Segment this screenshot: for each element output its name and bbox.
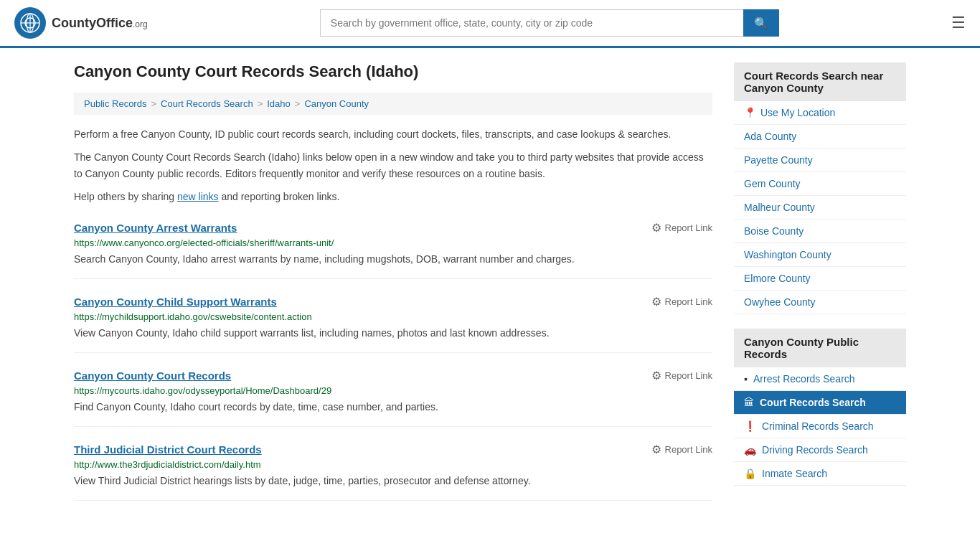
nearby-county-list: Ada CountyPayette CountyGem CountyMalheu… [734,125,906,314]
use-my-location[interactable]: 📍 Use My Location [734,101,906,125]
result-description: Find Canyon County, Idaho court records … [74,400,712,415]
result-header: Canyon County Court Records ⚙ Report Lin… [74,369,712,382]
report-icon: ⚙ [651,295,661,309]
result-title[interactable]: Canyon County Child Support Warrants [74,296,277,308]
public-record-item[interactable]: 🔒 Inmate Search [734,462,906,486]
result-description: View Third Judicial District hearings li… [74,474,712,489]
report-link[interactable]: ⚙ Report Link [651,221,712,235]
record-type-icon: 🏛 [744,397,754,408]
menu-icon[interactable]: ☰ [951,14,966,32]
nearby-county-item: Washington County [734,243,906,267]
result-entry: Canyon County Child Support Warrants ⚙ R… [74,295,712,353]
nearby-section-title: Court Records Search near Canyon County [734,62,906,101]
breadcrumb-court-records[interactable]: Court Records Search [161,98,253,109]
search-area: 🔍 [320,9,779,37]
nearby-county-item: Ada County [734,125,906,149]
result-header: Canyon County Child Support Warrants ⚙ R… [74,295,712,309]
nearby-county-link[interactable]: Elmore County [744,273,811,284]
result-header: Canyon County Arrest Warrants ⚙ Report L… [74,221,712,235]
public-record-link[interactable]: Court Records Search [760,397,866,408]
record-type-icon: 🚗 [744,444,756,456]
logo-area: CountyOffice.org [14,7,148,39]
record-type-icon: ❗ [744,420,756,432]
nearby-county-link[interactable]: Ada County [744,131,796,142]
public-record-link[interactable]: Arrest Records Search [753,373,855,385]
public-record-item[interactable]: 🏛 Court Records Search [734,391,906,415]
result-entry: Canyon County Court Records ⚙ Report Lin… [74,369,712,427]
main-container: Canyon County Court Records Search (Idah… [60,48,920,515]
record-type-icon: 🔒 [744,468,756,479]
report-link-label: Report Link [665,370,712,381]
report-icon: ⚙ [651,221,661,235]
page-title: Canyon County Court Records Search (Idah… [74,62,712,81]
report-link[interactable]: ⚙ Report Link [651,295,712,309]
public-record-link[interactable]: Inmate Search [762,468,827,479]
logo-text: CountyOffice.org [52,16,148,31]
breadcrumb-public-records[interactable]: Public Records [84,98,146,109]
breadcrumb-sep-1: > [151,98,156,109]
public-record-item[interactable]: ❗ Criminal Records Search [734,415,906,438]
report-icon: ⚙ [651,369,661,382]
results-container: Canyon County Arrest Warrants ⚙ Report L… [74,221,712,501]
result-url[interactable]: https://mycourts.idaho.gov/odysseyportal… [74,385,712,396]
description-1: Perform a free Canyon County, ID public … [74,126,712,142]
description-2: The Canyon County Court Records Search (… [74,149,712,182]
breadcrumb-idaho[interactable]: Idaho [267,98,291,109]
logo-icon [14,7,46,39]
nearby-county-link[interactable]: Malheur County [744,202,815,213]
description-3: Help others by sharing new links and rep… [74,189,712,204]
public-record-link[interactable]: Driving Records Search [762,444,868,456]
result-description: Search Canyon County, Idaho arrest warra… [74,252,712,267]
result-entry: Third Judicial District Court Records ⚙ … [74,443,712,501]
search-button[interactable]: 🔍 [743,9,779,37]
result-title[interactable]: Third Judicial District Court Records [74,443,262,456]
nearby-county-item: Malheur County [734,196,906,220]
location-dot-icon: 📍 [744,107,756,118]
report-icon: ⚙ [651,443,661,456]
result-title[interactable]: Canyon County Court Records [74,369,231,382]
nearby-county-item: Gem County [734,172,906,196]
result-title[interactable]: Canyon County Arrest Warrants [74,222,237,234]
public-records-list: ▪ Arrest Records Search 🏛 Court Records … [734,367,906,486]
nearby-county-item: Payette County [734,149,906,172]
nearby-county-link[interactable]: Washington County [744,249,831,260]
nearby-county-link[interactable]: Gem County [744,178,801,189]
result-url[interactable]: http://www.the3rdjudicialdistrict.com/da… [74,459,712,470]
nearby-county-link[interactable]: Boise County [744,225,804,237]
nearby-county-item: Boise County [734,220,906,243]
breadcrumb-canyon-county[interactable]: Canyon County [304,98,369,109]
breadcrumb-sep-2: > [258,98,263,109]
public-records-section-title: Canyon County Public Records [734,329,906,367]
report-link[interactable]: ⚙ Report Link [651,369,712,382]
nearby-county-link[interactable]: Payette County [744,154,813,166]
result-description: View Canyon County, Idaho child support … [74,326,712,341]
nearby-county-item: Elmore County [734,267,906,291]
result-url[interactable]: https://www.canyonco.org/elected-officia… [74,237,712,248]
public-record-link[interactable]: Criminal Records Search [762,420,874,432]
search-input[interactable] [320,9,743,37]
public-record-item[interactable]: 🚗 Driving Records Search [734,438,906,462]
report-link-label: Report Link [665,222,712,233]
result-entry: Canyon County Arrest Warrants ⚙ Report L… [74,221,712,279]
public-record-item[interactable]: ▪ Arrest Records Search [734,367,906,391]
report-link[interactable]: ⚙ Report Link [651,443,712,456]
report-link-label: Report Link [665,444,712,455]
nearby-county-link[interactable]: Owyhee County [744,296,816,308]
breadcrumb-sep-3: > [295,98,301,109]
nearby-county-item: Owyhee County [734,291,906,314]
main-content: Canyon County Court Records Search (Idah… [74,62,712,501]
site-header: CountyOffice.org 🔍 ☰ [0,0,980,48]
result-header: Third Judicial District Court Records ⚙ … [74,443,712,456]
sidebar: Court Records Search near Canyon County … [734,62,906,501]
new-links-link[interactable]: new links [177,191,219,202]
report-link-label: Report Link [665,296,712,307]
breadcrumb: Public Records > Court Records Search > … [74,93,712,115]
result-url[interactable]: https://mychildsupport.idaho.gov/cswebsi… [74,311,712,322]
use-my-location-link[interactable]: Use My Location [760,107,835,118]
record-type-icon: ▪ [744,373,748,385]
search-icon: 🔍 [754,17,768,30]
